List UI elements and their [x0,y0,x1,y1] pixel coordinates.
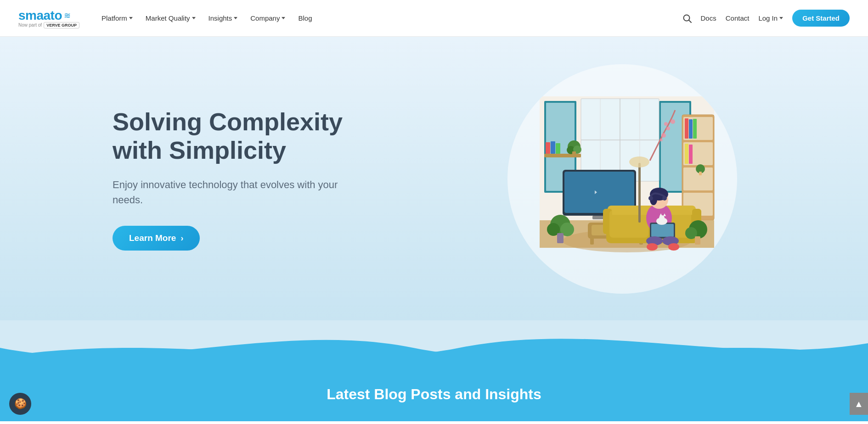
chevron-down-icon [192,17,196,19]
chevron-down-icon [129,17,133,19]
hero-illustration [489,64,755,294]
svg-rect-32 [685,144,688,164]
svg-line-1 [689,20,691,22]
logo-wifi-icon: ≋ [64,11,71,21]
svg-rect-40 [590,238,594,245]
svg-rect-74 [557,233,564,243]
svg-point-59 [668,243,679,251]
chevron-down-icon [282,17,285,19]
hero-subtext: Enjoy innovative technology that evolves… [113,177,370,207]
svg-rect-64 [638,163,641,223]
hero-heading: Solving Complexity with Simplicity [113,107,370,164]
svg-rect-55 [651,224,674,237]
svg-point-52 [648,196,653,201]
login-button[interactable]: Log In [758,14,783,22]
logo-name: smaato [18,8,62,23]
nav-links: Platform Market Quality Insights Company… [96,11,318,26]
arrow-icon: › [180,234,183,243]
illustration-circle [507,64,737,294]
wave-section: Latest Blog Posts and Insights [0,320,868,421]
svg-rect-30 [689,119,693,139]
svg-point-70 [664,122,668,126]
cookie-consent-button[interactable]: 🍪 [9,393,31,415]
wave-background: Latest Blog Posts and Insights [0,320,868,421]
svg-point-68 [671,119,675,124]
wave-top [0,320,868,375]
nav-item-platform[interactable]: Platform [96,11,138,26]
search-icon[interactable] [682,14,692,23]
svg-point-58 [647,243,658,251]
svg-point-65 [629,156,649,167]
svg-rect-17 [546,142,550,154]
verve-badge: VERVE GROUP [44,22,79,28]
chevron-down-icon [779,17,783,19]
svg-rect-35 [699,172,702,175]
contact-link[interactable]: Contact [726,14,750,22]
scroll-to-top-button[interactable]: ▲ [850,393,868,415]
logo-subtitle: Now part of VERVE GROUP [18,22,79,28]
hero-section: Solving Complexity with Simplicity Enjoy… [0,37,868,321]
logo-text: smaato ≋ [18,8,71,23]
get-started-button[interactable]: Get Started [792,10,850,27]
svg-rect-77 [695,236,700,245]
logo-area[interactable]: smaato ≋ Now part of VERVE GROUP [18,8,79,28]
docs-link[interactable]: Docs [701,14,716,22]
navbar-right: Docs Contact Log In Get Started [682,10,850,27]
learn-more-button[interactable]: Learn More › [113,226,200,251]
hero-inner: Solving Complexity with Simplicity Enjoy… [113,64,755,294]
nav-item-blog[interactable]: Blog [293,11,317,26]
navbar: smaato ≋ Now part of VERVE GROUP Platfor… [0,0,868,37]
svg-rect-23 [572,151,576,156]
nav-item-insights[interactable]: Insights [203,11,243,26]
svg-rect-33 [689,145,693,164]
svg-rect-18 [551,141,555,154]
cookie-icon: 🍪 [14,398,27,410]
navbar-left: smaato ≋ Now part of VERVE GROUP Platfor… [18,8,318,28]
svg-point-66 [661,133,666,138]
svg-point-67 [666,127,670,130]
svg-rect-29 [685,118,688,139]
nav-item-company[interactable]: Company [245,11,291,26]
svg-point-69 [660,139,663,141]
chevron-down-icon [234,17,237,19]
nav-item-market-quality[interactable]: Market Quality [140,11,201,26]
svg-rect-19 [556,143,560,154]
svg-rect-31 [693,119,697,139]
svg-point-53 [662,196,667,201]
svg-rect-46 [609,210,648,238]
room-illustration [517,87,728,271]
hero-text: Solving Complexity with Simplicity Enjoy… [113,107,370,251]
